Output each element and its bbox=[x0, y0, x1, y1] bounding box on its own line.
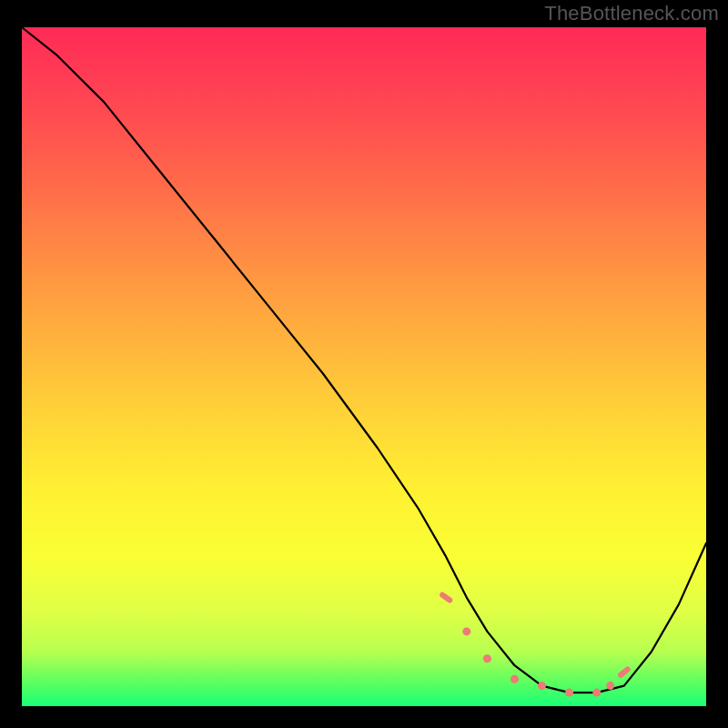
curve-svg bbox=[22, 27, 706, 706]
optimal-endcap bbox=[617, 665, 632, 679]
optimal-dot bbox=[565, 689, 573, 697]
optimal-endcap bbox=[439, 592, 454, 604]
optimal-dot bbox=[511, 675, 519, 683]
optimal-dot bbox=[592, 689, 601, 697]
watermark-text: TheBottleneck.com bbox=[544, 2, 719, 25]
plot-area bbox=[22, 27, 706, 706]
optimal-dot bbox=[538, 682, 546, 690]
optimal-dot bbox=[483, 654, 491, 662]
bottleneck-curve bbox=[22, 27, 706, 693]
chart-container: TheBottleneck.com bbox=[0, 0, 728, 728]
optimal-dot bbox=[462, 627, 470, 635]
optimal-dot bbox=[606, 682, 614, 690]
